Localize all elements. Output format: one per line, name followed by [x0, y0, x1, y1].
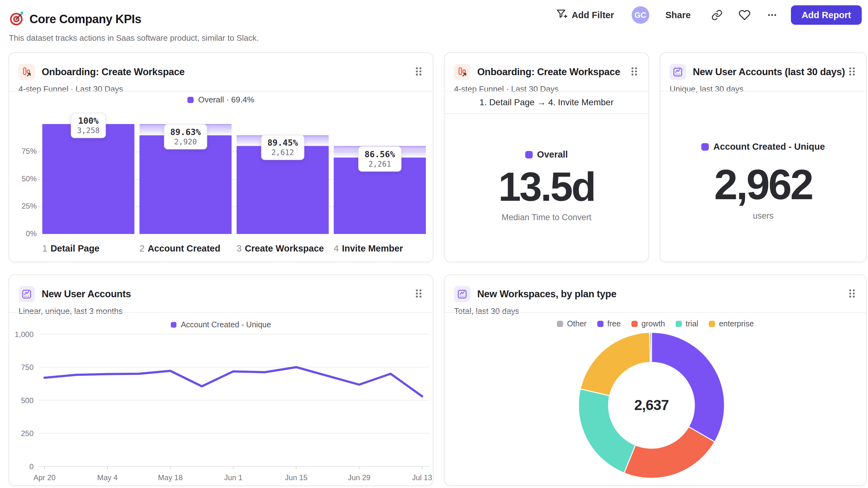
card-new-users-line: New User Accounts Linear, unique, last 3… — [8, 274, 433, 486]
step-name: Detail Page — [51, 243, 99, 253]
funnel-y-tick-label: 0% — [11, 229, 37, 238]
line-chart-icon — [670, 64, 686, 80]
drag-handle-icon[interactable] — [847, 66, 857, 78]
card-subtitle: 4-step Funnel · Last 30 Days — [454, 84, 559, 94]
funnel-value-tooltip: 86.56%2,261 — [358, 146, 401, 172]
funnel-chart-icon — [454, 64, 470, 80]
copy-link-icon[interactable] — [711, 9, 723, 21]
card-title: Onboarding: Create Workspace — [477, 66, 620, 78]
card-title: New User Accounts (last 30 days) — [693, 66, 845, 78]
donut-slice-free — [651, 332, 724, 442]
avatar[interactable]: GC — [632, 6, 649, 24]
page-subtitle: This dataset tracks actions in Saas soft… — [9, 33, 259, 43]
donut-slice-enterprise — [580, 332, 650, 396]
funnel-step-label: 1Detail Page — [42, 243, 99, 254]
add-filter-button[interactable]: Add Filter — [556, 8, 614, 22]
step-name: Account Created — [148, 243, 220, 253]
funnel-step-label: 2Account Created — [140, 243, 220, 254]
funnel-bar[interactable] — [140, 135, 231, 234]
line-y-tick-label: 1,000 — [15, 330, 34, 338]
unique30-legend[interactable]: Account Created - Unique — [660, 141, 866, 152]
funnel-y-tick-label: 50% — [11, 174, 37, 183]
funnel-conversion-pct: 89.45% — [267, 138, 298, 148]
line-series — [44, 367, 422, 396]
step-number: 4 — [334, 243, 339, 253]
dashboard-page: Core Company KPIs This dataset tracks ac… — [0, 0, 868, 488]
card-subtitle: Unique, last 30 days — [670, 84, 744, 94]
unique-users-caption: users — [660, 211, 866, 221]
step-number: 3 — [237, 243, 242, 253]
funnel-count: 2,261 — [365, 160, 395, 168]
target-logo-icon — [9, 11, 25, 28]
line-x-tick-label: Jun 1 — [224, 473, 243, 482]
favorite-heart-icon[interactable] — [738, 9, 751, 21]
funnel-value-tooltip: 89.63%2,920 — [164, 124, 207, 150]
page-header: Core Company KPIs This dataset tracks ac… — [9, 11, 259, 43]
line-y-tick-label: 0 — [29, 462, 34, 471]
donut-chart — [445, 275, 867, 486]
drag-handle-icon[interactable] — [629, 66, 639, 78]
funnel-y-tick-label: 25% — [11, 202, 37, 210]
donut-slice-other — [650, 332, 651, 362]
donut-slice-growth — [624, 427, 715, 478]
line-x-tick-label: Jun 29 — [348, 473, 370, 482]
unique-users-value: 2,962 — [660, 160, 866, 209]
card-workspaces-donut: New Workspaces, by plan type Total, last… — [444, 274, 867, 486]
line-y-tick-label: 250 — [21, 429, 34, 437]
funnel-conversion-pct: 100% — [77, 116, 100, 126]
step-name: Create Workspace — [245, 243, 324, 253]
funnel-bar[interactable] — [42, 124, 134, 234]
line-y-tick-label: 500 — [21, 396, 34, 405]
line-x-tick-label: Jun 15 — [285, 473, 307, 482]
funnel-step-label: 3Create Workspace — [237, 243, 324, 254]
funnel-step-range: 1. Detail Page → 4. Invite Member — [445, 97, 648, 107]
line-chart: 02505007501,000Apr 20May 4May 18Jun 1Jun… — [9, 275, 434, 486]
step-number: 1 — [42, 243, 47, 253]
donut-total-value: 2,637 — [620, 396, 683, 414]
line-x-tick-label: Apr 20 — [34, 473, 56, 482]
funnel-value-tooltip: 100%3,258 — [71, 113, 106, 138]
card-median-time: Onboarding: Create Workspace 4-step Funn… — [444, 52, 649, 262]
legend-label: Overall — [537, 150, 568, 160]
header-actions: Add Filter GC Share Add Report — [556, 4, 862, 26]
funnel-count: 3,258 — [77, 126, 100, 135]
funnel-conversion-pct: 86.56% — [365, 150, 395, 159]
card-funnel: Onboarding: Create Workspace 4-step Funn… — [8, 52, 433, 262]
filter-plus-icon — [556, 8, 568, 22]
line-y-tick-label: 750 — [21, 363, 34, 371]
legend-label: Account Created - Unique — [713, 141, 825, 152]
line-x-tick-label: Jul 13 — [412, 473, 432, 482]
median-legend[interactable]: Overall — [445, 150, 648, 160]
funnel-y-tick-label: 75% — [11, 147, 37, 156]
step-name: Invite Member — [342, 243, 403, 253]
page-title: Core Company KPIs — [29, 12, 141, 26]
line-x-tick-label: May 4 — [97, 473, 118, 482]
funnel-value-tooltip: 89.45%2,612 — [261, 135, 304, 160]
share-label: Share — [665, 10, 691, 20]
median-time-caption: Median Time to Convert — [445, 213, 648, 222]
funnel-count: 2,612 — [267, 148, 298, 157]
line-x-tick-label: May 18 — [158, 473, 183, 482]
share-button[interactable]: Share — [665, 10, 691, 20]
funnel-conversion-pct: 89.63% — [170, 127, 201, 137]
funnel-count: 2,920 — [170, 137, 201, 146]
add-filter-label: Add Filter — [571, 10, 614, 20]
card-new-users-30d: New User Accounts (last 30 days) Unique,… — [660, 52, 867, 262]
median-time-value: 13.5d — [445, 163, 648, 210]
legend-swatch — [525, 151, 533, 159]
more-options-icon[interactable] — [766, 9, 778, 21]
funnel-step-label: 4Invite Member — [334, 243, 403, 254]
add-report-button[interactable]: Add Report — [791, 5, 862, 25]
funnel-chart: 75%50%25%0%100%3,2581Detail Page89.63%2,… — [9, 53, 433, 262]
legend-swatch — [701, 143, 709, 151]
step-number: 2 — [140, 243, 145, 253]
